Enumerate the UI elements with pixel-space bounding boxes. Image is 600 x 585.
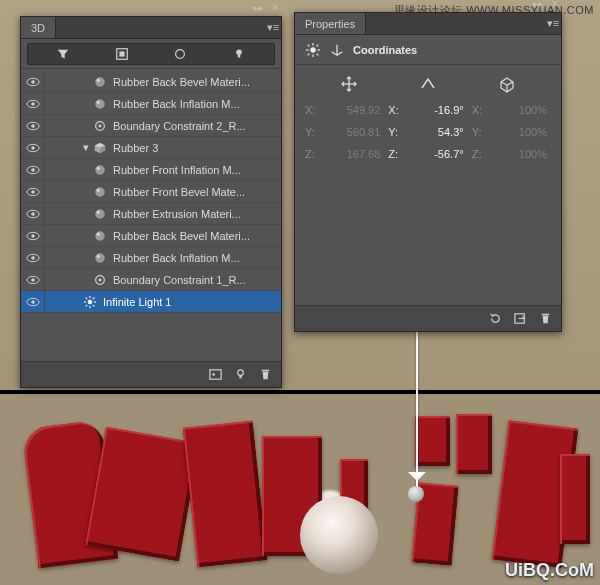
material-icon [91, 95, 109, 113]
rotation-field[interactable]: Z:-56.7° [388, 148, 467, 160]
material-icon [91, 73, 109, 91]
visibility-toggle[interactable] [21, 225, 45, 246]
render-icon[interactable] [208, 367, 223, 382]
light-gizmo-sphere[interactable] [300, 496, 378, 574]
constraint-icon [91, 271, 109, 289]
visibility-toggle[interactable] [21, 291, 45, 312]
svg-point-23 [31, 168, 35, 172]
visibility-toggle[interactable] [21, 93, 45, 114]
scale-icon[interactable] [498, 75, 516, 93]
layer-row[interactable]: Rubber Back Inflation M... [21, 247, 281, 269]
panel-properties-tabbar: Properties ▾≡ [295, 13, 561, 35]
visibility-toggle[interactable] [21, 203, 45, 224]
svg-line-72 [337, 51, 342, 55]
svg-rect-4 [238, 54, 240, 57]
svg-point-59 [238, 370, 244, 376]
constraint-icon [91, 117, 109, 135]
svg-line-53 [86, 297, 88, 299]
layer-row[interactable]: Rubber Back Bevel Materi... [21, 225, 281, 247]
light-bulb-icon[interactable] [231, 46, 247, 62]
lower-3d-viewport[interactable] [0, 394, 600, 585]
visibility-toggle[interactable] [21, 115, 45, 136]
collapse-icon[interactable]: ▸▸ [253, 2, 263, 13]
position-field[interactable]: Y:560.81 [305, 126, 384, 138]
visibility-toggle[interactable] [21, 137, 45, 158]
scale-field[interactable]: X:100% [472, 104, 551, 116]
collapse-arrow-icon[interactable]: ▾ [81, 141, 91, 154]
visibility-toggle[interactable] [21, 181, 45, 202]
layer-row[interactable]: Rubber Front Inflation M... [21, 159, 281, 181]
svg-point-61 [310, 47, 315, 52]
svg-point-12 [97, 100, 100, 103]
layer-row[interactable]: Rubber Back Inflation M... [21, 93, 281, 115]
svg-point-10 [31, 102, 35, 106]
scene-icon[interactable] [114, 46, 130, 62]
position-field[interactable]: X:549.92 [305, 104, 384, 116]
rotation-field[interactable]: X:-16.9° [388, 104, 467, 116]
coord-row-y: Y:560.81Y:54.3°Y:100% [295, 121, 561, 143]
light-icon [81, 293, 99, 311]
trash-icon[interactable] [538, 311, 553, 326]
svg-point-24 [95, 165, 104, 174]
position-field[interactable]: Z:167.68 [305, 148, 384, 160]
svg-point-41 [97, 254, 100, 257]
svg-point-32 [95, 209, 104, 218]
layer-label: Rubber Back Bevel Materi... [113, 230, 277, 242]
layer-row[interactable]: Rubber Extrusion Materi... [21, 203, 281, 225]
svg-point-35 [31, 234, 35, 238]
layer-row[interactable]: Boundary Constraint 2_R... [21, 115, 281, 137]
svg-line-66 [308, 44, 310, 46]
filters-icon[interactable] [55, 46, 71, 62]
scale-field[interactable]: Z:100% [472, 148, 551, 160]
light-gizmo-handle[interactable] [408, 486, 424, 502]
trash-icon[interactable] [258, 367, 273, 382]
svg-point-7 [95, 77, 104, 86]
red-letter [85, 427, 199, 562]
scale-field[interactable]: Y:100% [472, 126, 551, 138]
collapse-icon[interactable]: ▸▸ [533, 0, 543, 9]
svg-line-71 [332, 51, 337, 55]
mesh-icon [91, 139, 109, 157]
tab-3d[interactable]: 3D [21, 17, 56, 38]
svg-point-47 [31, 300, 35, 304]
visibility-toggle[interactable] [21, 159, 45, 180]
svg-point-16 [99, 124, 102, 127]
layer-row[interactable]: ▾Rubber 3 [21, 137, 281, 159]
layer-label: Rubber Back Inflation M... [113, 252, 277, 264]
red-letter [415, 416, 450, 466]
panel-menu-icon[interactable]: ▾≡ [265, 17, 281, 38]
layer-label: Rubber Front Bevel Mate... [113, 186, 277, 198]
layer-label: Rubber Back Bevel Materi... [113, 76, 277, 88]
new-light-icon[interactable] [233, 367, 248, 382]
material-icon [91, 249, 109, 267]
mesh-filter-icon[interactable] [172, 46, 188, 62]
svg-rect-57 [210, 370, 221, 379]
panel-3d-window-controls: ▸▸ ✕ [253, 2, 279, 13]
visibility-toggle[interactable] [21, 247, 45, 268]
layer-row[interactable]: Rubber Back Bevel Materi... [21, 71, 281, 93]
coordinates-icon[interactable] [329, 42, 345, 58]
rotation-field[interactable]: Y:54.3° [388, 126, 467, 138]
svg-point-37 [97, 232, 100, 235]
svg-point-40 [95, 253, 104, 262]
svg-point-28 [95, 187, 104, 196]
move-to-icon[interactable] [513, 311, 528, 326]
close-icon[interactable]: ✕ [551, 0, 559, 9]
panel-menu-icon[interactable]: ▾≡ [545, 13, 561, 34]
panel-properties-bottom-bar [295, 305, 561, 331]
svg-point-11 [95, 99, 104, 108]
reset-icon[interactable] [488, 311, 503, 326]
close-icon[interactable]: ✕ [271, 2, 279, 13]
layer-row[interactable]: Boundary Constraint 1_R... [21, 269, 281, 291]
light-source-icon [305, 42, 321, 58]
visibility-toggle[interactable] [21, 269, 45, 290]
svg-point-2 [176, 49, 185, 58]
panel-3d-layer-list: Rubber Back Bevel Materi...Rubber Back I… [21, 71, 281, 361]
svg-line-67 [317, 53, 319, 55]
layer-row-infinite-light[interactable]: Infinite Light 1 [21, 291, 281, 313]
visibility-toggle[interactable] [21, 71, 45, 92]
move-icon[interactable] [340, 75, 358, 93]
rotate-icon[interactable] [419, 75, 437, 93]
tab-properties[interactable]: Properties [295, 13, 366, 34]
layer-row[interactable]: Rubber Front Bevel Mate... [21, 181, 281, 203]
